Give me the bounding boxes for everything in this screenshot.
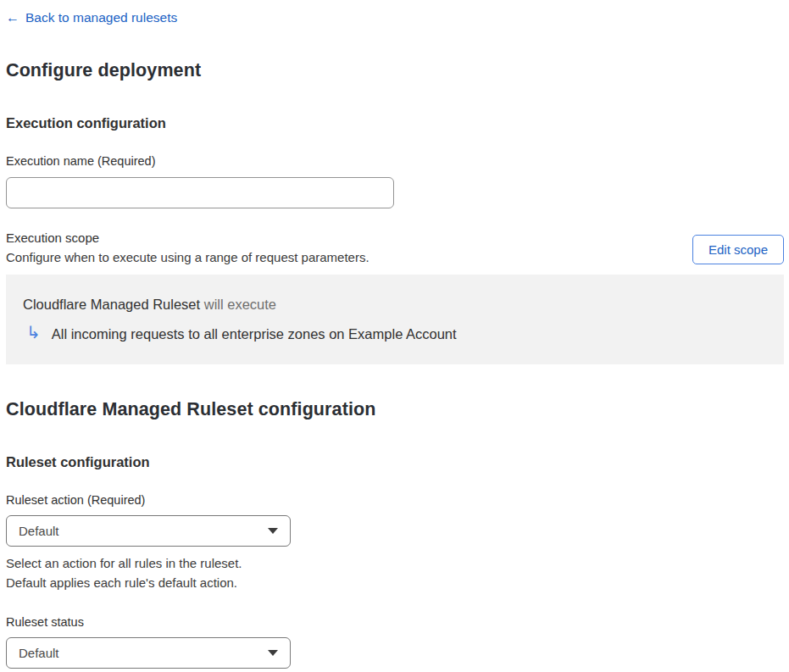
execution-summary-scope-line: ↳ All incoming requests to all enterpris…: [26, 325, 767, 342]
back-link-label: Back to managed rulesets: [25, 10, 177, 25]
ruleset-action-select[interactable]: Default: [6, 515, 291, 547]
hook-arrow-icon: ↳: [26, 324, 41, 341]
configure-deployment-page: ← Back to managed rulesets Configure dep…: [0, 0, 789, 672]
back-arrow-icon: ←: [6, 11, 19, 25]
ruleset-status-select[interactable]: Default: [6, 637, 291, 669]
execution-scope-label: Execution scope: [6, 230, 369, 245]
ruleset-status-selected-value: Default: [19, 646, 59, 660]
chevron-down-icon: [268, 650, 278, 656]
execution-name-input[interactable]: [6, 177, 394, 208]
summary-scope-text: All incoming requests to all enterprise …: [52, 326, 457, 342]
execution-name-label: Execution name (Required): [6, 154, 784, 168]
summary-ruleset-name: Cloudflare Managed Ruleset: [23, 297, 200, 312]
execution-summary-box: Cloudflare Managed Ruleset will execute …: [6, 275, 784, 364]
edit-scope-button[interactable]: Edit scope: [692, 235, 784, 264]
execution-configuration-heading: Execution configuration: [6, 115, 784, 131]
page-title: Configure deployment: [6, 60, 784, 81]
ruleset-action-label: Ruleset action (Required): [6, 493, 784, 507]
execution-scope-row: Execution scope Configure when to execut…: [6, 230, 784, 264]
ruleset-action-help-line: Select an action for all rules in the ru…: [6, 553, 784, 573]
execution-scope-text-block: Execution scope Configure when to execut…: [6, 230, 369, 264]
ruleset-action-help: Select an action for all rules in the ru…: [6, 553, 784, 592]
execution-scope-description: Configure when to execute using a range …: [6, 250, 369, 264]
ruleset-action-selected-value: Default: [19, 524, 59, 538]
chevron-down-icon: [268, 528, 278, 534]
back-to-managed-rulesets-link[interactable]: ← Back to managed rulesets: [6, 10, 177, 25]
ruleset-configuration-heading: Ruleset configuration: [6, 454, 784, 470]
ruleset-status-label: Ruleset status: [6, 615, 784, 629]
summary-will-execute: will execute: [204, 297, 276, 312]
execution-summary-line: Cloudflare Managed Ruleset will execute: [23, 297, 767, 313]
ruleset-configuration-title: Cloudflare Managed Ruleset configuration: [6, 399, 784, 420]
ruleset-action-help-line: Default applies each rule's default acti…: [6, 573, 784, 592]
